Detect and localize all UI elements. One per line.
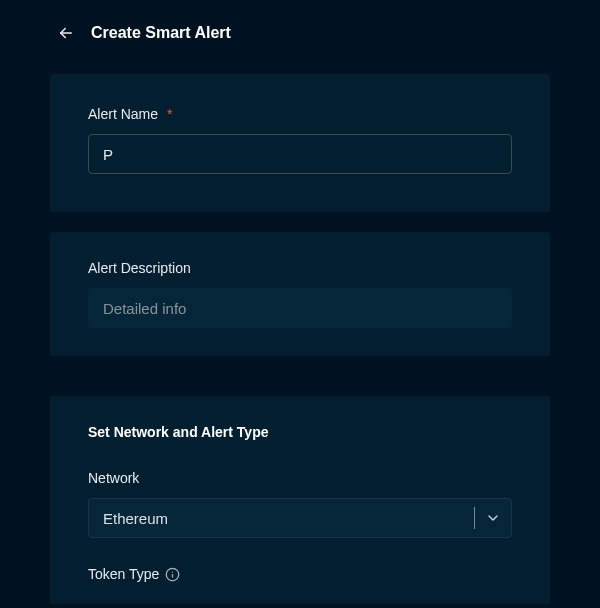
network-select[interactable]: Ethereum [88,498,512,538]
alert-description-input[interactable] [88,288,512,328]
token-type-label-text: Token Type [88,566,159,582]
back-button[interactable] [55,22,77,44]
network-section-heading: Set Network and Alert Type [88,424,512,440]
alert-name-panel: Alert Name* [50,74,550,212]
alert-description-label: Alert Description [88,260,512,276]
network-select-value: Ethereum [103,510,168,527]
chevron-down-icon [485,510,501,526]
network-select-caret-wrap [474,507,501,529]
alert-name-input[interactable] [88,134,512,174]
alert-name-label-text: Alert Name [88,106,158,122]
select-divider [474,507,475,529]
info-icon [165,567,180,582]
network-alert-type-panel: Set Network and Alert Type Network Ether… [50,396,550,604]
alert-description-panel: Alert Description [50,232,550,356]
token-type-info-button[interactable] [165,567,180,582]
page-title: Create Smart Alert [91,24,231,42]
alert-name-label: Alert Name* [88,106,512,122]
network-label: Network [88,470,512,486]
required-indicator: * [167,106,172,122]
arrow-left-icon [57,24,75,42]
token-type-label: Token Type [88,566,512,582]
